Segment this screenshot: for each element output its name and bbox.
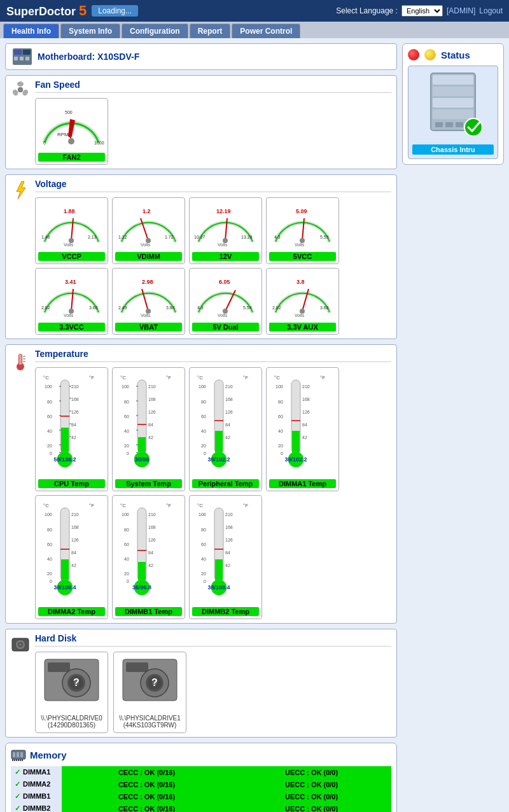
svg-text:42: 42 [302,435,307,440]
svg-text:500: 500 [65,110,73,115]
disk0-svg: ? [41,656,102,710]
right-panel: Status Cha [402,43,504,812]
svg-text:5.09: 5.09 [296,208,307,214]
svg-text:80: 80 [47,400,52,404]
motherboard-label: Motherboard: [38,52,95,62]
svg-text:60: 60 [124,414,129,419]
logout-link[interactable]: Logout [479,6,503,15]
svg-text:210: 210 [71,384,79,389]
left-panel: Motherboard: X10SDV-F Fan Speed [5,43,397,812]
mem-slot-label-1: ✓DIMMA2 [11,778,62,790]
language-section: Select Language : English [ADMIN] Logout [336,5,503,17]
tab-health-info[interactable]: Health Info [3,24,59,38]
svg-text:°F: °F [166,503,171,508]
svg-text:Volts: Volts [218,313,228,318]
12v-label: 12V [192,252,259,261]
svg-text:20: 20 [47,444,52,448]
vccp-gauge: 1.46 2.13 1.88 Volts [38,200,105,248]
svg-text:80: 80 [201,400,206,404]
tab-configuration[interactable]: Configuration [122,24,188,38]
svg-rect-255 [445,122,453,127]
svg-text:20: 20 [278,444,283,448]
lang-label: Select Language : [336,6,398,15]
main-area: Motherboard: X10SDV-F Fan Speed [0,38,509,812]
dimmb1-temp-svg: °C °F 100 80 60 40 20 0 [115,498,182,603]
svg-text:100: 100 [45,512,52,517]
12v-gauge: 10.27 13.28 12.19 Volts [192,200,259,248]
vccp-label: VCCP [38,252,105,261]
system-temp-svg: °C °F 100 80 60 40 [115,370,182,475]
svg-text:0: 0 [281,451,283,456]
5vcc-box: 4.3 5.55 5.09 Volts 5VCC [266,197,339,264]
vbat-label: VBAT [115,323,182,332]
language-select[interactable]: English [401,5,443,17]
disk1-label: \\.\PHYSICALDRIVE1 (44KS103GT9RW) [118,715,182,729]
svg-text:1.72: 1.72 [165,235,174,239]
svg-text:13.28: 13.28 [241,235,253,239]
tab-power-control[interactable]: Power Control [232,24,300,38]
svg-text:39/102.2: 39/102.2 [207,456,230,463]
tab-report[interactable]: Report [190,24,231,38]
tab-system-info[interactable]: System Info [60,24,120,38]
vbat-gauge: 2.49 3.84 2.98 Volts [115,271,182,319]
peripheral-temp-box: °C °F 100 80 60 40 20 0 [189,367,262,491]
svg-text:0: 0 [43,141,46,145]
voltage-row2: 2.82 3.66 3.41 Volts 3.3VCC [35,268,391,335]
svg-point-7 [17,81,24,87]
svg-text:0: 0 [127,451,129,456]
svg-text:84: 84 [225,423,230,427]
svg-rect-240 [13,752,15,757]
dimma1-temp-box: °C °F 100 80 60 40 20 0 [266,367,339,491]
svg-text:10.27: 10.27 [194,235,206,239]
voltage-section: Voltage 1.46 2.13 1.88 [5,174,397,339]
svg-text:100: 100 [275,384,283,389]
svg-text:0: 0 [127,579,129,584]
svg-text:59/138.2: 59/138.2 [53,456,76,463]
fan2-label: FAN2 [38,153,105,162]
admin-link[interactable]: [ADMIN] [447,6,475,15]
status-title: Status [441,50,470,60]
svg-text:40: 40 [47,557,52,561]
memory-section: Memory ✓DIMMA1 CECC : OK (0/16) UECC : O… [5,743,397,812]
temp-row2: °C °F 100 80 60 40 20 0 [35,495,391,619]
svg-text:5.55: 5.55 [320,235,329,239]
5vdual-gauge: 4.3 5.54 6.05 Volts [192,271,259,319]
svg-rect-148 [292,431,300,453]
svg-text:°C: °C [197,503,203,508]
disk1-serial: (44KS103GT9RW) [118,722,182,729]
svg-text:80: 80 [278,400,283,404]
svg-text:°F: °F [89,375,94,381]
system-temp-box: °C °F 100 80 60 40 [112,367,185,491]
svg-text:168: 168 [148,397,156,402]
svg-text:60: 60 [278,414,283,419]
svg-text:2.82: 2.82 [41,305,50,310]
svg-marker-16 [17,181,25,199]
svg-text:210: 210 [148,512,156,517]
5vcc-gauge: 4.3 5.55 5.09 Volts [269,200,336,248]
svg-text:0: 0 [50,451,52,456]
dimma1-temp-svg: °C °F 100 80 60 40 20 0 [269,370,336,475]
temperature-section: Temperature °C °F [5,344,397,624]
svg-text:1.88: 1.88 [64,208,75,214]
fan-icon-col [11,80,30,99]
mem-slot-label-0: ✓DIMMA1 [11,766,62,778]
svg-text:20: 20 [201,444,206,448]
loading-badge: Loading... [92,5,138,17]
system-temp-label: System Temp [115,479,182,488]
svg-text:36/96.8: 36/96.8 [132,584,151,591]
mem-cecc-2: CECC : OK (0/16) [62,790,232,802]
svg-rect-5 [25,57,29,60]
fan2-gauge-box: 0 1000 500 RPM FAN2 [35,98,108,165]
svg-rect-256 [456,122,463,127]
mem-uecc-1: UECC : OK (0/0) [232,778,391,790]
svg-text:Volts: Volts [218,242,228,247]
voltage-icon [13,180,28,200]
mem-slot-label-2: ✓DIMMB1 [11,790,62,802]
svg-point-224 [20,644,22,646]
svg-text:°F: °F [166,375,171,381]
cpu-temp-box: °C °F 100 80 [35,367,108,491]
svg-text:60: 60 [47,542,52,547]
harddisk-icon-col [11,633,30,655]
svg-text:0: 0 [204,579,206,584]
mem-slot-label-3: ✓DIMMB2 [11,802,62,812]
